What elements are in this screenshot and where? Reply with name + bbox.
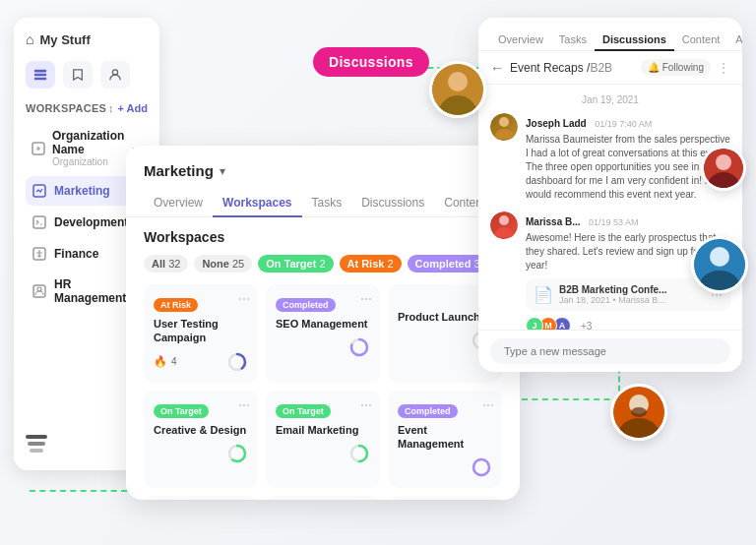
- add-workspace-btn[interactable]: + Add: [118, 102, 148, 114]
- disc-message-input[interactable]: [490, 338, 730, 364]
- pdf-icon: 📄: [534, 285, 553, 304]
- disc-msg-time-2: 01/19 53 AM: [589, 217, 639, 227]
- disc-reactions: J M A +3: [526, 317, 730, 330]
- reaction-count: +3: [581, 321, 592, 331]
- disc-tab-discussions[interactable]: Discussions: [595, 30, 674, 51]
- marketing-panel: Marketing ▾ ⋯ Overview Workspaces Tasks …: [126, 146, 520, 500]
- card-status-badge: Completed: [398, 404, 458, 418]
- organization-name: Organization Name: [52, 129, 124, 156]
- card-status-badge: Completed: [276, 298, 336, 312]
- card-social[interactable]: Social Media 🔥 8 ⋯: [266, 496, 380, 500]
- card-footer: [276, 443, 370, 464]
- card-name: Event Management: [398, 423, 492, 452]
- workspaces-header: Workspaces ↕ + Add: [26, 102, 148, 114]
- workspaces-controls: ↕ + Add: [108, 102, 148, 114]
- svg-rect-10: [26, 435, 47, 439]
- filter-none[interactable]: None 25: [194, 255, 252, 272]
- card-name: Creative & Design: [154, 423, 248, 437]
- svg-rect-11: [28, 442, 45, 446]
- workspace-grid: At Risk User Testing Campaign 🔥 4 ⋯: [144, 284, 502, 500]
- card-seo[interactable]: Completed SEO Management ⋯: [266, 284, 380, 383]
- card-more-icon[interactable]: ⋯: [238, 292, 250, 306]
- disc-header: ← Event Recaps /B2B 🔔 Following ⋮: [478, 51, 742, 85]
- marketing-icon: [32, 183, 47, 199]
- progress-circle: [226, 351, 248, 373]
- disc-msg-content-1: Joseph Ladd 01/19 7:40 AM Marissa Baumei…: [526, 113, 730, 202]
- filter-atrisk[interactable]: At Risk 2: [340, 255, 402, 272]
- card-website[interactable]: Website Redesign ⋯: [388, 496, 502, 500]
- sidebar-bottom: [26, 435, 47, 456]
- disc-att-info: B2B Marketing Confe... Jan 18, 2021 • Ma…: [559, 284, 705, 305]
- disc-input-row: [478, 330, 742, 372]
- filter-row: All 32 None 25 On Target 2 At Risk 2 Com…: [144, 255, 502, 272]
- disc-follow-btn[interactable]: 🔔 Following: [641, 59, 711, 76]
- workspaces-label: Workspaces: [26, 102, 106, 114]
- sidebar-header: ⌂ My Stuff: [26, 31, 148, 47]
- disc-breadcrumb: Event Recaps /B2B: [510, 61, 635, 75]
- floating-avatar-marissa: [701, 146, 746, 191]
- card-name: SEO Management: [276, 317, 370, 331]
- disc-message-1: Joseph Ladd 01/19 7:40 AM Marissa Baumei…: [490, 113, 730, 202]
- card-footer: [398, 456, 492, 478]
- disc-avatar-joseph: [490, 113, 518, 141]
- card-email[interactable]: On Target Email Marketing ⋯: [266, 391, 380, 489]
- svg-rect-0: [34, 70, 46, 73]
- floating-avatar-woman2: [691, 236, 748, 293]
- card-content[interactable]: At Risk Content Calendar ⚠ 1 🔥 2 ⋯: [144, 496, 258, 500]
- progress-circle: [471, 456, 492, 478]
- disc-tab-tasks[interactable]: Tasks: [551, 30, 595, 51]
- bookmark-icon-btn[interactable]: [63, 61, 93, 89]
- panel-content: Workspaces All 32 None 25 On Target 2 At…: [126, 217, 520, 500]
- filter-completed[interactable]: Completed 3: [408, 255, 488, 272]
- floating-avatar-man2: [610, 384, 667, 441]
- disc-msg-time-1: 01/19 7:40 AM: [595, 119, 652, 129]
- finance-icon: [32, 246, 47, 262]
- person-icon-btn[interactable]: [100, 61, 130, 89]
- disc-tab-analytics[interactable]: Analytics: [727, 30, 742, 51]
- card-status-badge: At Risk: [154, 298, 198, 312]
- tab-overview[interactable]: Overview: [144, 190, 213, 217]
- disc-msg-text-1: Marissa Baumeister from the sales perspe…: [526, 133, 730, 202]
- tab-workspaces[interactable]: Workspaces: [213, 190, 301, 217]
- card-more-icon[interactable]: ⋯: [482, 398, 494, 412]
- card-name: User Testing Campaign: [154, 317, 248, 345]
- card-more-icon[interactable]: ⋯: [238, 398, 250, 412]
- disc-messages[interactable]: Jan 19, 2021 Joseph Ladd 01/19 7:40 AM M…: [478, 85, 742, 330]
- sort-icon[interactable]: ↕: [108, 102, 114, 114]
- discussion-badge: Discussions: [313, 47, 429, 77]
- tab-discussions[interactable]: Discussions: [351, 190, 434, 217]
- organization-icon: [32, 141, 45, 156]
- disc-date-label: Jan 19, 2021: [490, 94, 730, 105]
- card-more-icon[interactable]: ⋯: [360, 398, 372, 412]
- layers-icon-btn[interactable]: [26, 61, 55, 89]
- svg-point-29: [499, 117, 509, 127]
- disc-tab-content[interactable]: Content: [674, 30, 728, 51]
- floating-avatar-joseph: [429, 61, 486, 118]
- organization-text: Organization Name Organization: [52, 129, 124, 167]
- svg-point-3: [112, 70, 117, 75]
- card-more-icon[interactable]: ⋯: [360, 292, 372, 306]
- filter-ontarget[interactable]: On Target 2: [258, 255, 333, 272]
- panel-title: Marketing: [144, 162, 214, 179]
- panel-tabs: Overview Workspaces Tasks Discussions Co…: [126, 190, 520, 217]
- card-user-testing[interactable]: At Risk User Testing Campaign 🔥 4 ⋯: [144, 284, 258, 383]
- connector-line-6: [522, 398, 620, 400]
- disc-more-icon[interactable]: ⋮: [717, 60, 730, 76]
- svg-point-34: [716, 154, 731, 170]
- card-footer: [276, 336, 370, 358]
- panel-title-row: Marketing ▾ ⋯: [144, 161, 502, 180]
- disc-tab-overview[interactable]: Overview: [490, 30, 551, 51]
- tab-tasks[interactable]: Tasks: [302, 190, 352, 217]
- filter-all[interactable]: All 32: [144, 255, 188, 272]
- card-creative[interactable]: On Target Creative & Design ⋯: [144, 391, 258, 489]
- disc-back-btn[interactable]: ←: [490, 60, 504, 76]
- svg-point-36: [710, 247, 729, 267]
- hr-icon: [32, 283, 47, 299]
- disc-msg-author-2: Marissa B...: [526, 216, 581, 227]
- progress-circle: [348, 336, 370, 358]
- progress-circle: [348, 443, 370, 464]
- disc-msg-author-1: Joseph Ladd: [526, 118, 587, 129]
- card-event[interactable]: Completed Event Management ⋯: [388, 391, 502, 489]
- card-stats: 🔥 4: [154, 355, 177, 368]
- svg-point-24: [473, 459, 489, 475]
